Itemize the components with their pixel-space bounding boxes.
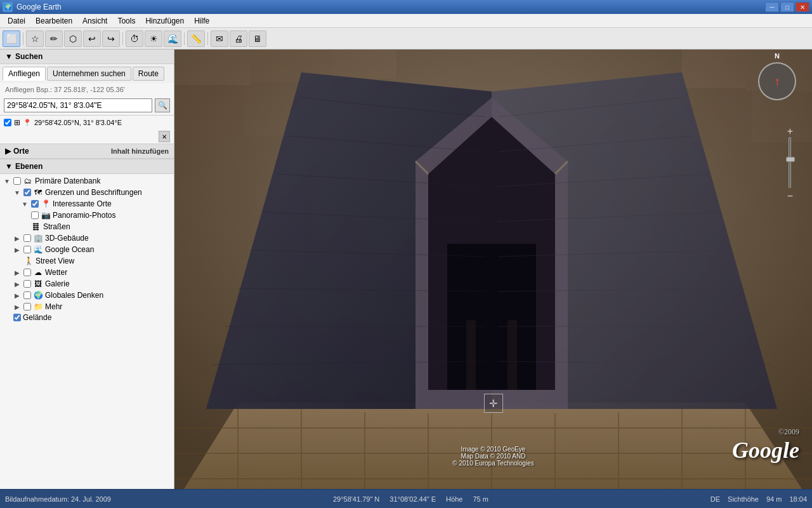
layer-globales[interactable]: ▶ 🌍 Globales Denken bbox=[0, 290, 174, 301]
left-panel: ▼ Suchen Anfliegen Unternehmen suchen Ro… bbox=[0, 50, 174, 489]
layer-3d-gebaeude[interactable]: ▶ 🏢 3D-Gebäude bbox=[0, 232, 174, 244]
expand-icon-interessante: ▼ bbox=[20, 199, 29, 208]
layer-checkbox-panoramio[interactable] bbox=[31, 211, 39, 219]
layer-primaere-datenbank[interactable]: ▼ 🗂 Primäre Datenbank bbox=[0, 175, 174, 187]
layer-panoramio[interactable]: 📷 Panoramio-Photos bbox=[0, 210, 174, 221]
statusbar: Bildaufnahmedatum: 24. Jul. 2009 29°58'4… bbox=[0, 489, 812, 508]
close-button[interactable]: ✕ bbox=[796, 2, 809, 12]
menu-item-tools[interactable]: Tools bbox=[112, 15, 140, 27]
expand-icon-gelaende bbox=[3, 313, 11, 322]
orte-section: ▶ Orte Inhalt hinzufügen bbox=[0, 144, 174, 159]
expand-icon-grenzen: ▼ bbox=[13, 188, 22, 197]
search-hint: Anfliegen Bsp.: 37 25.818', -122 05.36' bbox=[0, 83, 174, 96]
layer-label-wetter: Wetter bbox=[45, 268, 67, 277]
email-button[interactable]: ✉ bbox=[211, 30, 228, 47]
search-input[interactable] bbox=[4, 98, 152, 112]
inhalt-hinzufuegen-button[interactable]: Inhalt hinzufügen bbox=[111, 147, 169, 155]
layer-checkbox-galerie[interactable] bbox=[23, 280, 31, 288]
layer-checkbox-mehr[interactable] bbox=[23, 303, 31, 311]
compass-circle[interactable]: ↑ bbox=[758, 62, 796, 100]
ebenen-header[interactable]: ▼ Ebenen bbox=[0, 159, 174, 174]
fullscreen-button[interactable]: 🖥 bbox=[249, 30, 266, 47]
close-result-button[interactable]: ✕ bbox=[159, 131, 170, 142]
ebenen-expand-icon: ▼ bbox=[5, 162, 13, 171]
navigation-compass[interactable]: N ↑ bbox=[755, 62, 799, 107]
zoom-control[interactable]: + − bbox=[787, 126, 793, 202]
layer-icon-strassen: 🛤 bbox=[31, 222, 41, 232]
svg-rect-3 bbox=[174, 85, 244, 142]
time-display: 18:04 bbox=[789, 495, 807, 503]
layer-interessante[interactable]: ▼ 📍 Interessante Orte bbox=[0, 198, 174, 210]
layer-checkbox-ocean[interactable] bbox=[23, 246, 31, 253]
orte-header[interactable]: ▶ Orte Inhalt hinzufügen bbox=[0, 144, 174, 159]
sichthoehe-label: Sichthöhe bbox=[728, 495, 759, 503]
layer-checkbox-grenzen[interactable] bbox=[23, 189, 31, 196]
zoom-in-button[interactable]: + bbox=[787, 126, 793, 137]
menu-item-bearbeiten[interactable]: Bearbeiten bbox=[30, 15, 77, 27]
menu-item-hinzufügen[interactable]: Hinzufügen bbox=[140, 15, 189, 27]
print-button[interactable]: 🖨 bbox=[230, 30, 247, 47]
draw-button[interactable]: ✏ bbox=[45, 30, 63, 47]
layer-checkbox-3d[interactable] bbox=[23, 234, 31, 242]
layer-checkbox-wetter[interactable] bbox=[23, 269, 31, 276]
result-marker-icon: 📍 bbox=[23, 119, 32, 127]
expand-icon-wetter: ▶ bbox=[13, 268, 22, 277]
toolbar-separator-3 bbox=[184, 32, 185, 45]
expand-icon-3d: ▶ bbox=[13, 234, 22, 243]
coord-lat: 29°58'41.79" N bbox=[333, 495, 379, 503]
layer-gelaende[interactable]: Gelände bbox=[0, 312, 174, 323]
measure-button[interactable]: 📏 bbox=[187, 30, 205, 47]
favorites-button[interactable]: ☆ bbox=[26, 30, 44, 47]
layer-strassen[interactable]: 🛤 Straßen bbox=[0, 221, 174, 232]
layer-grenzen[interactable]: ▼ 🗺 Grenzen und Beschriftungen bbox=[0, 187, 174, 198]
menu-item-hilfe[interactable]: Hilfe bbox=[189, 15, 214, 27]
zoom-slider-track[interactable] bbox=[789, 137, 791, 188]
tab-route[interactable]: Route bbox=[133, 67, 164, 81]
result-type-icon: ⊞ bbox=[14, 118, 20, 127]
search-result: ⊞ 📍 29°58'42.05°N, 31° 8'3.04°E bbox=[0, 115, 174, 130]
expand-icon-mehr: ▶ bbox=[13, 302, 22, 311]
sun-button[interactable]: ☀ bbox=[145, 30, 162, 47]
layer-checkbox-globales[interactable] bbox=[23, 291, 31, 299]
layer-checkbox-interessante[interactable] bbox=[31, 200, 39, 208]
timeline-button[interactable]: ⏱ bbox=[126, 30, 143, 47]
crosshair: ✛ bbox=[484, 394, 503, 413]
back-button[interactable]: ↩ bbox=[83, 30, 101, 47]
tab-anfliegen[interactable]: Anfliegen bbox=[3, 67, 46, 81]
layer-mehr[interactable]: ▶ 📁 Mehr bbox=[0, 301, 174, 312]
copyright-line3: © 2010 Europa Technologies bbox=[452, 460, 534, 467]
search-button[interactable]: 🔍 bbox=[155, 98, 170, 112]
menu-item-ansicht[interactable]: Ansicht bbox=[77, 15, 112, 27]
forward-button[interactable]: ↪ bbox=[102, 30, 120, 47]
expand-icon-panoramio bbox=[20, 211, 29, 220]
layer-icon-3d: 🏢 bbox=[33, 233, 43, 243]
tab-unternehmen[interactable]: Unternehmen suchen bbox=[47, 67, 131, 81]
layer-street-view[interactable]: 🚶 Street View bbox=[0, 255, 174, 267]
google-logo: Google bbox=[732, 437, 799, 464]
map-area[interactable]: N ↑ + − ✛ Image © 2010 GeoEye Map Data ©… bbox=[174, 50, 812, 489]
result-checkbox[interactable] bbox=[4, 119, 11, 126]
toolbar-separator-4 bbox=[207, 32, 208, 45]
language-indicator: DE bbox=[710, 495, 720, 503]
layer-google-ocean[interactable]: ▶ 🌊 Google Ocean bbox=[0, 244, 174, 255]
sidebar-toggle-button[interactable]: ⬜ bbox=[3, 30, 20, 47]
layer-galerie[interactable]: ▶ 🖼 Galerie bbox=[0, 278, 174, 290]
result-text: 29°58'42.05°N, 31° 8'3.04°E bbox=[34, 119, 122, 126]
zoom-out-button[interactable]: − bbox=[787, 190, 793, 202]
layer-icon-globales: 🌍 bbox=[33, 290, 43, 300]
menu-item-datei[interactable]: Datei bbox=[3, 15, 30, 27]
maximize-button[interactable]: □ bbox=[780, 2, 794, 12]
search-header[interactable]: ▼ Suchen bbox=[0, 50, 174, 64]
zoom-slider-thumb[interactable] bbox=[786, 157, 795, 162]
layer-wetter[interactable]: ▶ ☁ Wetter bbox=[0, 267, 174, 278]
search-hint-example: Bsp.: 37 25.818', -122 05.36' bbox=[36, 86, 125, 93]
minimize-button[interactable]: ─ bbox=[765, 2, 779, 12]
layer-label-ocean: Google Ocean bbox=[45, 245, 94, 254]
layer-checkbox-gelaende[interactable] bbox=[13, 314, 21, 321]
ocean-button[interactable]: 🌊 bbox=[164, 30, 181, 47]
menubar: DateiBearbeitenAnsichtToolsHinzufügenHil… bbox=[0, 14, 812, 28]
compass-north-label: N bbox=[775, 52, 780, 60]
layer-checkbox-primaere[interactable] bbox=[13, 177, 21, 185]
layer-label-grenzen: Grenzen und Beschriftungen bbox=[45, 188, 142, 197]
shape-button[interactable]: ⬡ bbox=[64, 30, 82, 47]
